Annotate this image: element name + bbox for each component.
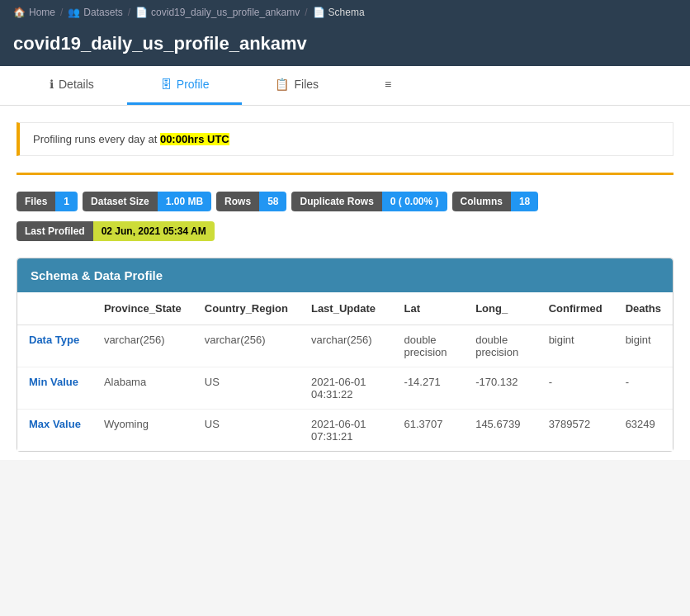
schema-table-wrap: Province_State Country_Region Last_Updat… xyxy=(17,292,673,451)
profile-icon: 🗄 xyxy=(160,78,172,91)
tab-layers[interactable]: ≡ xyxy=(352,66,424,105)
last-profiled-row: Last Profiled 02 Jun, 2021 05:34 AM xyxy=(17,221,673,241)
table-row: Min Value Alabama US 2021-06-01 04:31:22… xyxy=(17,367,673,410)
tab-profile[interactable]: 🗄 Profile xyxy=(127,66,243,105)
orange-divider xyxy=(17,173,673,175)
datatype-long: double precision xyxy=(464,325,536,367)
badge-files: Files 1 xyxy=(17,192,78,211)
datatype-province-state: varchar(256) xyxy=(92,325,193,367)
datatype-confirmed: bigint xyxy=(537,325,614,367)
table-row: Max Value Wyoming US 2021-06-01 07:31:21… xyxy=(17,410,673,452)
col-header-lat: Lat xyxy=(393,292,465,325)
min-confirmed: - xyxy=(537,367,614,410)
dataset-icon: 📄 xyxy=(135,7,148,18)
datatype-deaths: bigint xyxy=(614,325,673,367)
breadcrumb-home[interactable]: Home xyxy=(29,7,55,18)
main-content: Profiling runs every day at 00:00hrs UTC… xyxy=(0,106,690,460)
schema-section: Schema & Data Profile Province_State Cou… xyxy=(17,258,673,452)
badge-rows: Rows 58 xyxy=(216,192,286,211)
min-lat: -14.271 xyxy=(393,367,465,410)
col-header-confirmed: Confirmed xyxy=(537,292,614,325)
col-header-deaths: Deaths xyxy=(614,292,673,325)
min-last-update: 2021-06-01 04:31:22 xyxy=(300,367,393,410)
min-long: -170.132 xyxy=(464,367,536,410)
breadcrumb-schema: Schema xyxy=(328,7,365,18)
col-header-empty xyxy=(17,292,92,325)
last-profiled-value: 02 Jun, 2021 05:34 AM xyxy=(93,221,215,241)
layers-icon: ≡ xyxy=(385,78,391,91)
home-icon: 🏠 xyxy=(13,7,26,18)
col-header-country-region: Country_Region xyxy=(193,292,300,325)
page-title: covid19_daily_us_profile_ankamv xyxy=(0,25,690,66)
max-deaths: 63249 xyxy=(614,410,673,452)
details-icon: ℹ xyxy=(50,78,54,91)
datatype-last-update: varchar(256) xyxy=(300,325,393,367)
breadcrumb-datasets[interactable]: Datasets xyxy=(83,7,122,18)
max-confirmed: 3789572 xyxy=(537,410,614,452)
badge-dataset-size: Dataset Size 1.00 MB xyxy=(83,192,211,211)
tab-files[interactable]: 📋 Files xyxy=(242,66,352,105)
row-label-maxvalue: Max Value xyxy=(17,410,92,452)
info-time-highlight: 00:00hrs UTC xyxy=(160,133,229,145)
max-lat: 61.3707 xyxy=(393,410,465,452)
tab-details[interactable]: ℹ Details xyxy=(17,66,127,105)
files-icon: 📋 xyxy=(275,78,289,91)
max-country-region: US xyxy=(193,410,300,452)
row-label-datatype: Data Type xyxy=(17,325,92,367)
table-row: Data Type varchar(256) varchar(256) varc… xyxy=(17,325,673,367)
col-header-province-state: Province_State xyxy=(92,292,193,325)
max-province-state: Wyoming xyxy=(92,410,193,452)
datasets-icon: 👥 xyxy=(68,7,80,18)
breadcrumb-dataset[interactable]: covid19_daily_us_profile_ankamv xyxy=(151,7,300,18)
stats-row: Files 1 Dataset Size 1.00 MB Rows 58 Dup… xyxy=(17,192,673,211)
col-header-long: Long_ xyxy=(464,292,536,325)
table-header-row: Province_State Country_Region Last_Updat… xyxy=(17,292,673,325)
schema-table: Province_State Country_Region Last_Updat… xyxy=(17,292,673,451)
max-last-update: 2021-06-01 07:31:21 xyxy=(300,410,393,452)
min-country-region: US xyxy=(193,367,300,410)
schema-icon: 📄 xyxy=(313,7,325,18)
col-header-last-update: Last_Update xyxy=(300,292,393,325)
badge-columns: Columns 18 xyxy=(452,192,539,211)
tab-files-label: Files xyxy=(294,78,319,91)
tab-profile-label: Profile xyxy=(177,78,210,91)
datatype-lat: double precision xyxy=(393,325,465,367)
row-label-minvalue: Min Value xyxy=(17,367,92,410)
tab-details-label: Details xyxy=(59,78,94,91)
last-profiled-label: Last Profiled xyxy=(17,221,93,241)
schema-header: Schema & Data Profile xyxy=(17,258,673,292)
profiling-info-box: Profiling runs every day at 00:00hrs UTC xyxy=(17,122,673,156)
min-province-state: Alabama xyxy=(92,367,193,410)
datatype-country-region: varchar(256) xyxy=(193,325,300,367)
min-deaths: - xyxy=(614,367,673,410)
badge-duplicate-rows: Duplicate Rows 0 ( 0.00% ) xyxy=(291,192,447,211)
tabs-bar: ℹ Details 🗄 Profile 📋 Files ≡ xyxy=(0,66,690,106)
breadcrumb: 🏠 Home / 👥 Datasets / 📄 covid19_daily_us… xyxy=(0,0,690,25)
info-text-before: Profiling runs every day at xyxy=(33,133,160,145)
max-long: 145.6739 xyxy=(464,410,536,452)
